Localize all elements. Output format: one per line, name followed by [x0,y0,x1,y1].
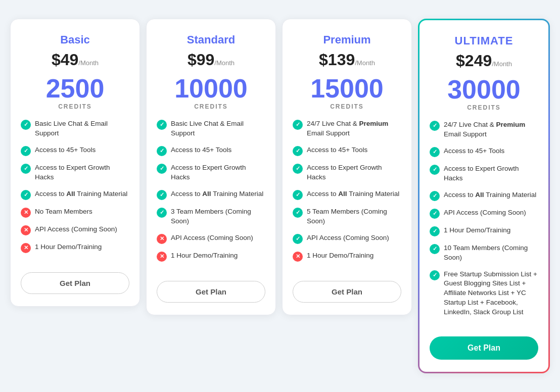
get-plan-button-basic[interactable]: Get Plan [21,272,129,294]
feature-item-premium-0: ✓24/7 Live Chat & Premium Email Support [293,119,401,138]
check-icon: ✓ [430,165,440,175]
feature-item-ultimate-2: ✓Access to Expert Growth Hacks [430,164,538,183]
feature-text-standard-1: Access to 45+ Tools [171,145,231,155]
feature-item-basic-0: ✓Basic Live Chat & Email Support [21,119,129,138]
plan-price-basic: $49/Month [21,51,129,69]
feature-text-ultimate-0: 24/7 Live Chat & Premium Email Support [444,120,538,139]
plan-card-premium: Premium$139/Month15000CREDITS✓24/7 Live … [282,19,412,315]
feature-item-standard-6: ✕1 Hour Demo/Training [157,251,265,262]
feature-text-premium-5: API Access (Coming Soon) [307,233,389,243]
plan-name-basic: Basic [21,33,129,46]
check-icon: ✓ [430,244,440,254]
feature-item-ultimate-1: ✓Access to 45+ Tools [430,146,538,157]
feature-text-basic-5: API Access (Coming Soon) [35,225,117,234]
cross-icon: ✕ [21,243,31,253]
check-icon: ✓ [430,147,440,157]
check-icon: ✓ [430,191,440,201]
feature-item-basic-3: ✓Access to All Training Material [21,189,129,200]
pricing-container: Basic$49/Month2500CREDITS✓Basic Live Cha… [10,19,550,373]
check-icon: ✓ [157,164,167,174]
check-icon: ✓ [21,120,31,130]
check-icon: ✓ [430,121,440,131]
check-icon: ✓ [293,164,303,174]
feature-text-premium-0: 24/7 Live Chat & Premium Email Support [307,119,401,138]
feature-item-basic-6: ✕1 Hour Demo/Training [21,242,129,253]
feature-item-basic-4: ✕No Team Members [21,207,129,218]
plan-card-basic: Basic$49/Month2500CREDITS✓Basic Live Cha… [10,19,140,307]
feature-text-premium-6: 1 Hour Demo/Training [307,251,374,261]
get-plan-button-premium[interactable]: Get Plan [293,281,401,303]
check-icon: ✓ [21,190,31,200]
feature-text-premium-4: 5 Team Members (Coming Soon) [307,207,401,226]
feature-text-basic-1: Access to 45+ Tools [35,145,96,155]
get-plan-button-ultimate[interactable]: Get Plan [430,336,538,360]
feature-item-premium-4: ✓5 Team Members (Coming Soon) [293,207,401,226]
cross-icon: ✕ [21,208,31,218]
plan-card-standard: Standard$99/Month10000CREDITS✓Basic Live… [146,19,276,315]
feature-text-basic-2: Access to Expert Growth Hacks [35,163,129,182]
cross-icon: ✕ [157,252,167,262]
feature-item-premium-2: ✓Access to Expert Growth Hacks [293,163,401,182]
check-icon: ✓ [293,208,303,218]
check-icon: ✓ [293,190,303,200]
feature-text-ultimate-2: Access to Expert Growth Hacks [444,164,538,183]
get-plan-button-standard[interactable]: Get Plan [157,281,265,303]
check-icon: ✓ [293,234,303,244]
feature-item-ultimate-4: ✓API Access (Coming Soon) [430,208,538,219]
features-list-premium: ✓24/7 Live Chat & Premium Email Support✓… [293,119,401,268]
feature-item-basic-1: ✓Access to 45+ Tools [21,145,129,156]
feature-item-standard-0: ✓Basic Live Chat & Email Support [157,119,265,138]
feature-item-basic-2: ✓Access to Expert Growth Hacks [21,163,129,182]
feature-text-standard-5: API Access (Coming Soon) [171,233,253,243]
price-period-standard: /Month [214,59,235,67]
plan-name-standard: Standard [157,33,265,46]
feature-item-standard-4: ✓3 Team Members (Coming Soon) [157,207,265,226]
credits-number-ultimate: 30000 [430,75,538,104]
feature-text-premium-2: Access to Expert Growth Hacks [307,163,401,182]
feature-item-ultimate-0: ✓24/7 Live Chat & Premium Email Support [430,120,538,139]
feature-item-premium-5: ✓API Access (Coming Soon) [293,233,401,244]
feature-item-premium-6: ✕1 Hour Demo/Training [293,251,401,262]
feature-item-ultimate-6: ✓10 Team Members (Coming Soon) [430,243,538,263]
feature-text-standard-0: Basic Live Chat & Email Support [171,119,265,138]
features-list-ultimate: ✓24/7 Live Chat & Premium Email Support✓… [430,120,538,324]
feature-item-standard-3: ✓Access to All Training Material [157,189,265,200]
feature-text-ultimate-6: 10 Team Members (Coming Soon) [444,243,538,263]
check-icon: ✓ [21,164,31,174]
feature-text-basic-0: Basic Live Chat & Email Support [35,119,129,138]
feature-text-ultimate-1: Access to 45+ Tools [444,146,504,156]
features-list-basic: ✓Basic Live Chat & Email Support✓Access … [21,119,129,260]
check-icon: ✓ [157,146,167,156]
check-icon: ✓ [293,146,303,156]
credits-label-premium: CREDITS [293,103,401,110]
check-icon: ✓ [157,120,167,130]
check-icon: ✓ [157,190,167,200]
plan-price-premium: $139/Month [293,51,401,69]
feature-text-ultimate-7: Free Startup Submission List + Guest Blo… [444,270,538,317]
feature-text-basic-6: 1 Hour Demo/Training [35,242,102,252]
feature-item-ultimate-5: ✓1 Hour Demo/Training [430,226,538,236]
plan-price-standard: $99/Month [157,51,265,69]
feature-item-ultimate-3: ✓Access to All Training Material [430,190,538,201]
check-icon: ✓ [430,226,440,236]
check-icon: ✓ [293,120,303,130]
credits-number-premium: 15000 [293,74,401,103]
feature-text-premium-1: Access to 45+ Tools [307,145,367,155]
feature-text-premium-3: Access to All Training Material [307,189,399,199]
plan-name-premium: Premium [293,33,401,46]
price-amount-basic: $49 [52,51,78,69]
price-period-basic: /Month [78,59,99,67]
credits-number-basic: 2500 [21,74,129,103]
feature-item-standard-1: ✓Access to 45+ Tools [157,145,265,156]
check-icon: ✓ [430,209,440,219]
feature-item-standard-2: ✓Access to Expert Growth Hacks [157,163,265,182]
feature-text-standard-3: Access to All Training Material [171,189,263,199]
feature-item-standard-5: ✕API Access (Coming Soon) [157,233,265,244]
cross-icon: ✕ [293,252,303,262]
check-icon: ✓ [157,208,167,218]
features-list-standard: ✓Basic Live Chat & Email Support✓Access … [157,119,265,268]
feature-text-basic-3: Access to All Training Material [35,189,127,199]
price-period-ultimate: /Month [492,60,512,68]
plan-price-ultimate: $249/Month [430,52,538,70]
price-amount-standard: $99 [188,51,214,69]
